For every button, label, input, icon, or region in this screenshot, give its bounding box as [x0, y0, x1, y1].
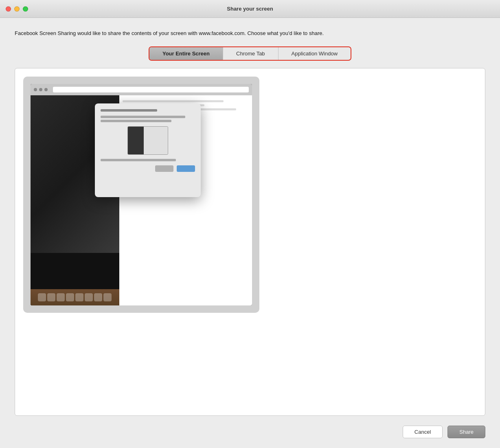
dialog-footer: Cancel Share — [15, 424, 485, 438]
fake-content — [31, 95, 252, 305]
tab-application-window[interactable]: Application Window — [279, 47, 351, 60]
description-text: Facebook Screen Sharing would like to sh… — [15, 29, 365, 37]
fake-line-1 — [101, 116, 186, 118]
dock-icon-5 — [75, 293, 83, 301]
dock-icon-2 — [47, 293, 55, 301]
fake-dot-3 — [44, 88, 48, 91]
dialog-body: Facebook Screen Sharing would like to sh… — [0, 18, 500, 448]
dock-icon-8 — [103, 293, 112, 301]
screen-thumbnail — [23, 77, 259, 313]
tab-selector-wrapper: Your Entire Screen Chrome Tab Applicatio… — [15, 46, 485, 61]
fake-dock — [31, 289, 119, 305]
fake-browser-bar — [31, 84, 252, 95]
dock-icon-4 — [66, 293, 74, 301]
dock-icon-7 — [94, 293, 102, 301]
window-controls — [6, 6, 28, 11]
right-line-1 — [123, 100, 224, 102]
dock-icon-3 — [57, 293, 65, 301]
fake-url-bar — [53, 87, 249, 92]
maximize-button[interactable] — [23, 6, 28, 11]
minimize-button[interactable] — [14, 6, 20, 11]
fake-dot-2 — [39, 88, 42, 91]
title-bar: Share your screen — [0, 0, 500, 18]
tab-entire-screen[interactable]: Your Entire Screen — [149, 47, 223, 60]
fake-mini-preview — [127, 126, 168, 155]
fake-title-line — [101, 109, 157, 112]
share-button[interactable]: Share — [447, 426, 485, 438]
fake-mini-left — [128, 127, 144, 154]
preview-area — [15, 68, 485, 416]
dock-icon-6 — [85, 293, 93, 301]
fake-cancel-btn — [155, 165, 173, 172]
dialog-title: Share your screen — [227, 6, 273, 12]
screen-inner — [23, 77, 259, 313]
fake-dot-1 — [34, 88, 37, 91]
fake-mini-right — [144, 127, 168, 154]
fake-dialog-title-row — [101, 109, 195, 113]
fake-ok-btn — [177, 165, 195, 172]
tab-selector: Your Entire Screen Chrome Tab Applicatio… — [149, 46, 351, 61]
dock-icon-1 — [38, 293, 46, 301]
tab-chrome-tab[interactable]: Chrome Tab — [223, 47, 279, 60]
cancel-button[interactable]: Cancel — [403, 426, 443, 438]
fake-screen — [31, 84, 252, 305]
fake-line-2 — [101, 120, 171, 122]
close-button[interactable] — [6, 6, 11, 11]
fake-right-panel — [119, 95, 252, 305]
fake-dialog-overlay — [95, 103, 201, 197]
fake-dialog-buttons — [101, 165, 195, 172]
fake-line-3 — [101, 159, 176, 161]
